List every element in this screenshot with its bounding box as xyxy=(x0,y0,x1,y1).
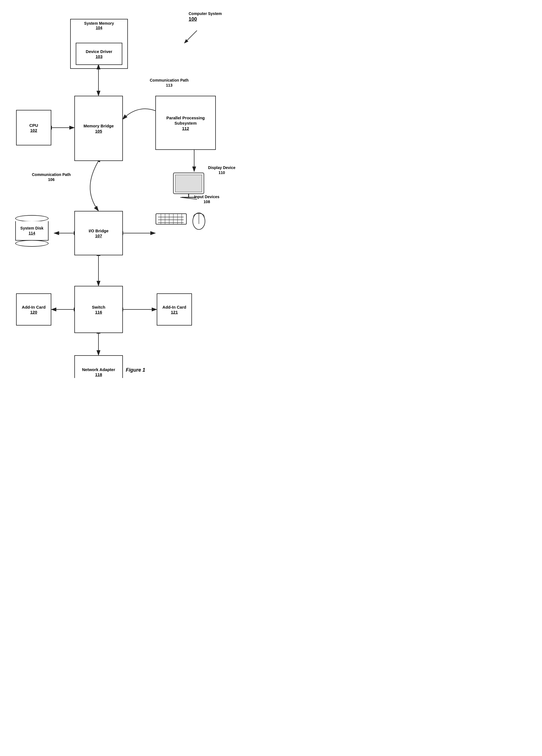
keyboard-icon xyxy=(155,211,189,226)
svg-line-11 xyxy=(185,31,197,43)
add-in-card-120-box: Add-In Card 120 xyxy=(16,293,51,326)
svg-rect-14 xyxy=(175,175,202,192)
computer-system-label: Computer System 100 xyxy=(189,11,222,23)
mouse-icon xyxy=(192,210,207,230)
io-bridge-box: I/O Bridge 107 xyxy=(74,211,123,255)
network-adapter-box: Network Adapter 118 xyxy=(74,355,123,378)
comm-path-106-label: Communication Path 106 xyxy=(32,172,71,182)
cpu-box: CPU 102 xyxy=(16,110,51,145)
figure-caption: Figure 1 xyxy=(0,367,271,373)
device-driver-box: Device Driver 103 xyxy=(76,43,122,65)
system-memory-box: System Memory 104 Device Driver 103 xyxy=(70,19,128,69)
memory-bridge-box: Memory Bridge 105 xyxy=(74,96,123,161)
input-devices-label: Input Devices 108 xyxy=(194,194,220,204)
cs-arrow-icon xyxy=(180,28,203,50)
add-in-card-121-box: Add-In Card 121 xyxy=(157,293,192,326)
display-device-label: Display Device 110 xyxy=(208,165,236,175)
comm-path-113-label: Communication Path 113 xyxy=(150,78,189,88)
switch-box: Switch 116 xyxy=(74,286,123,333)
diagram-container: Computer System 100 System Memory 104 De… xyxy=(0,0,271,378)
parallel-processing-box: Parallel Processing Subsystem 112 xyxy=(155,96,216,150)
system-disk-cylinder: System Disk 114 xyxy=(15,215,49,247)
